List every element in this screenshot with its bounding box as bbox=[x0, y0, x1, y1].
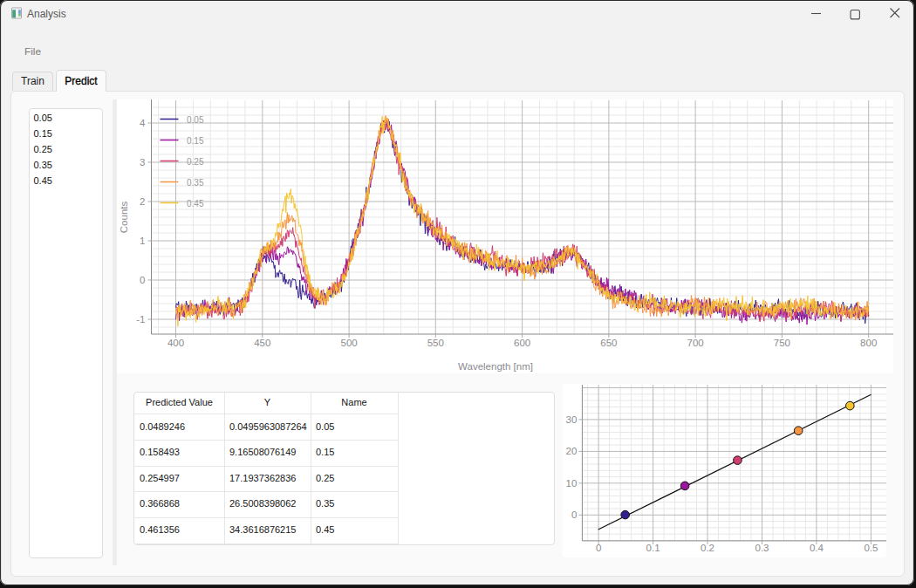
svg-text:0.1: 0.1 bbox=[646, 543, 660, 553]
svg-text:0.3: 0.3 bbox=[755, 543, 769, 553]
svg-text:0: 0 bbox=[140, 275, 145, 285]
svg-text:Counts: Counts bbox=[119, 202, 129, 234]
svg-text:750: 750 bbox=[774, 338, 790, 348]
svg-text:400: 400 bbox=[167, 338, 184, 348]
svg-text:800: 800 bbox=[860, 338, 877, 348]
svg-text:10: 10 bbox=[566, 478, 578, 489]
svg-text:0: 0 bbox=[596, 543, 601, 553]
svg-text:0.45: 0.45 bbox=[187, 199, 204, 209]
svg-text:0.5: 0.5 bbox=[864, 543, 878, 553]
svg-text:500: 500 bbox=[341, 338, 358, 348]
svg-text:0.2: 0.2 bbox=[701, 543, 714, 553]
svg-text:550: 550 bbox=[427, 338, 444, 348]
svg-text:1: 1 bbox=[140, 236, 145, 246]
svg-text:450: 450 bbox=[254, 338, 270, 348]
svg-text:0: 0 bbox=[571, 509, 577, 520]
svg-text:0.25: 0.25 bbox=[187, 157, 204, 167]
svg-text:2: 2 bbox=[140, 196, 145, 207]
svg-text:20: 20 bbox=[566, 446, 578, 456]
svg-text:0.05: 0.05 bbox=[187, 115, 204, 125]
svg-text:0.15: 0.15 bbox=[187, 136, 204, 146]
svg-text:600: 600 bbox=[514, 338, 530, 348]
svg-text:30: 30 bbox=[566, 414, 578, 425]
svg-text:650: 650 bbox=[600, 338, 617, 348]
svg-text:700: 700 bbox=[687, 338, 704, 348]
svg-text:3: 3 bbox=[140, 157, 145, 168]
svg-text:Wavelength [nm]: Wavelength [nm] bbox=[458, 361, 533, 372]
svg-text:4: 4 bbox=[140, 118, 146, 128]
svg-text:0.35: 0.35 bbox=[187, 178, 204, 188]
svg-text:0.4: 0.4 bbox=[810, 543, 824, 553]
svg-text:-1: -1 bbox=[136, 314, 145, 325]
